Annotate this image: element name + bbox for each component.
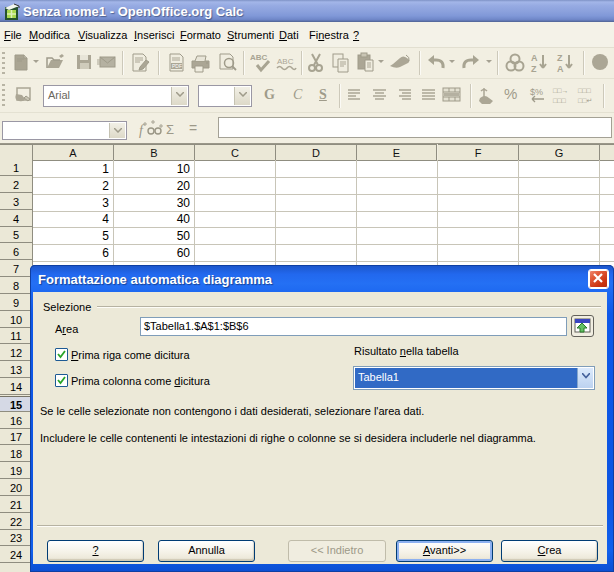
svg-text:Z: Z: [531, 64, 537, 74]
svg-text:ABC: ABC: [277, 57, 294, 66]
svg-text:ABC: ABC: [250, 53, 268, 62]
svg-text:PDF: PDF: [172, 63, 182, 69]
svg-text:□□→: □□→: [553, 87, 568, 94]
svg-text:□□□: □□□: [578, 87, 591, 94]
svg-text:$%: $%: [530, 87, 543, 97]
svg-text:□□↵: □□↵: [578, 97, 592, 104]
svg-text:A: A: [531, 53, 538, 63]
svg-text:A: A: [557, 64, 564, 74]
svg-text:Z: Z: [557, 53, 563, 63]
svg-text:f: f: [139, 123, 145, 138]
svg-text:□□□: □□□: [553, 97, 566, 104]
